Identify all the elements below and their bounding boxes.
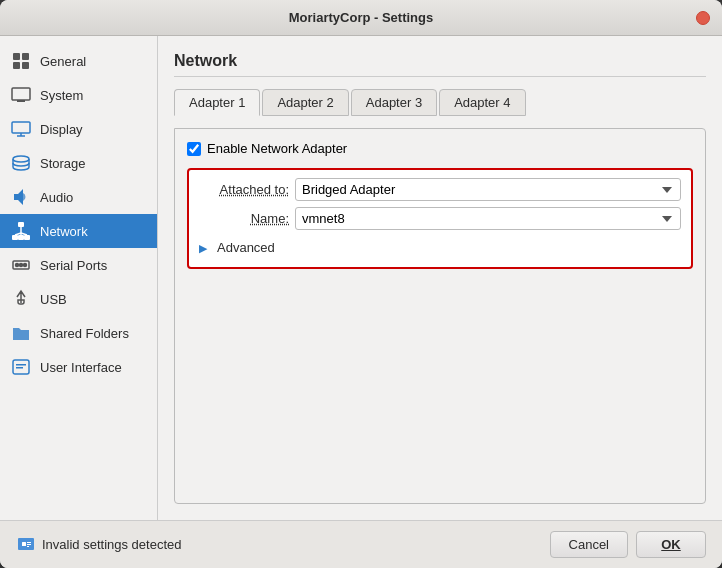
enable-adapter-label: Enable Network Adapter (207, 141, 347, 156)
footer-buttons: Cancel OK (550, 531, 706, 558)
svg-rect-0 (13, 53, 20, 60)
svg-rect-24 (16, 367, 23, 369)
sidebar-item-storage[interactable]: Storage (0, 146, 157, 180)
user-interface-icon (10, 356, 32, 378)
sidebar-item-shared-folders[interactable]: Shared Folders (0, 316, 157, 350)
svg-rect-13 (24, 235, 30, 240)
usb-icon (10, 288, 32, 310)
advanced-label: Advanced (217, 240, 275, 255)
svg-line-15 (15, 233, 21, 235)
sidebar-label-general: General (40, 54, 86, 69)
sidebar-item-display[interactable]: Display (0, 112, 157, 146)
adapter-tabs: Adapter 1 Adapter 2 Adapter 3 Adapter 4 (174, 89, 706, 116)
svg-rect-1 (22, 53, 29, 60)
svg-rect-29 (27, 546, 29, 547)
sidebar-label-audio: Audio (40, 190, 73, 205)
svg-point-19 (16, 264, 19, 267)
svg-rect-28 (27, 544, 31, 545)
storage-icon (10, 152, 32, 174)
close-button[interactable] (696, 11, 710, 25)
sidebar-label-user-interface: User Interface (40, 360, 122, 375)
svg-rect-4 (12, 88, 30, 100)
sidebar-item-serial-ports[interactable]: Serial Ports (0, 248, 157, 282)
sidebar-item-audio[interactable]: Audio (0, 180, 157, 214)
shared-folders-icon (10, 322, 32, 344)
tab-adapter1[interactable]: Adapter 1 (174, 89, 260, 116)
sidebar-label-system: System (40, 88, 83, 103)
sidebar-item-system[interactable]: System (0, 78, 157, 112)
svg-rect-3 (22, 62, 29, 69)
footer: Invalid settings detected Cancel OK (0, 520, 722, 568)
svg-rect-10 (18, 222, 24, 227)
window-title: MoriartyCorp - Settings (289, 10, 433, 25)
settings-window: MoriartyCorp - Settings General System (0, 0, 722, 568)
network-icon (10, 220, 32, 242)
svg-rect-2 (13, 62, 20, 69)
tab-adapter2[interactable]: Adapter 2 (262, 89, 348, 116)
ok-button[interactable]: OK (636, 531, 706, 558)
svg-rect-27 (27, 542, 31, 543)
sidebar-label-storage: Storage (40, 156, 86, 171)
sidebar: General System Display Storage (0, 36, 158, 520)
enable-adapter-checkbox[interactable] (187, 142, 201, 156)
sidebar-label-shared-folders: Shared Folders (40, 326, 129, 341)
audio-icon (10, 186, 32, 208)
attached-to-label: Attached to: (199, 182, 289, 197)
advanced-row[interactable]: ▶ Advanced (199, 236, 681, 259)
svg-point-21 (24, 264, 27, 267)
tab-adapter4[interactable]: Adapter 4 (439, 89, 525, 116)
svg-point-9 (13, 156, 29, 162)
name-label: Name: (199, 211, 289, 226)
advanced-arrow-icon: ▶ (199, 242, 211, 254)
attached-to-select[interactable]: Bridged Adapter (295, 178, 681, 201)
svg-rect-5 (17, 100, 25, 102)
sidebar-label-usb: USB (40, 292, 67, 307)
content-area: General System Display Storage (0, 36, 722, 520)
sidebar-label-serial-ports: Serial Ports (40, 258, 107, 273)
serial-ports-icon (10, 254, 32, 276)
footer-warning: Invalid settings detected (16, 535, 542, 555)
warning-icon (16, 535, 36, 555)
warning-text: Invalid settings detected (42, 537, 181, 552)
tab-content: Enable Network Adapter Attached to: Brid… (174, 128, 706, 504)
svg-rect-11 (18, 235, 24, 240)
cancel-button[interactable]: Cancel (550, 531, 628, 558)
svg-rect-6 (12, 122, 30, 133)
sidebar-label-network: Network (40, 224, 88, 239)
sidebar-label-display: Display (40, 122, 83, 137)
svg-rect-12 (12, 235, 18, 240)
attached-to-row: Attached to: Bridged Adapter (199, 178, 681, 201)
svg-point-20 (20, 264, 23, 267)
general-icon (10, 50, 32, 72)
name-row: Name: vmnet8 (199, 207, 681, 230)
titlebar: MoriartyCorp - Settings (0, 0, 722, 36)
svg-line-17 (21, 233, 27, 235)
sidebar-item-user-interface[interactable]: User Interface (0, 350, 157, 384)
display-icon (10, 118, 32, 140)
tab-adapter3[interactable]: Adapter 3 (351, 89, 437, 116)
svg-rect-26 (22, 542, 26, 546)
sidebar-item-network[interactable]: Network (0, 214, 157, 248)
sidebar-item-usb[interactable]: USB (0, 282, 157, 316)
name-select[interactable]: vmnet8 (295, 207, 681, 230)
sidebar-item-general[interactable]: General (0, 44, 157, 78)
enable-adapter-row: Enable Network Adapter (187, 141, 693, 156)
main-panel: Network Adapter 1 Adapter 2 Adapter 3 Ad… (158, 36, 722, 520)
system-icon (10, 84, 32, 106)
network-settings-box: Attached to: Bridged Adapter Name: vmnet… (187, 168, 693, 269)
svg-rect-23 (16, 364, 26, 366)
section-title: Network (174, 52, 706, 77)
